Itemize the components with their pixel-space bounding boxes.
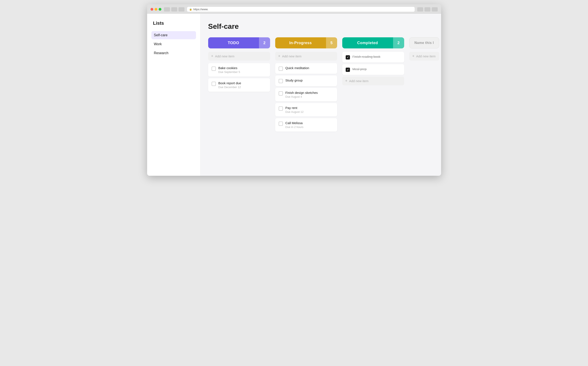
task-study-group-content: Study group (285, 78, 334, 83)
browser-content: Lists Self-care Work Research Self-care … (147, 14, 441, 176)
task-call-melissa-name: Call Melissa (285, 121, 334, 125)
task-meal-prep-content: Meal prep (353, 67, 401, 71)
browser-titlebar: 🔒 https://www. (147, 4, 441, 14)
task-finish-design-sketches-name: Finish design sketches (285, 91, 334, 94)
task-bake-cookies-name: Bake cookies (219, 66, 267, 70)
column-header-inprogress: In-Progress 5 (275, 37, 337, 48)
checkbox-pay-rent[interactable] (279, 107, 283, 111)
page-title: Self-care (208, 22, 433, 30)
checkbox-finish-reading-book[interactable] (346, 55, 350, 60)
task-book-report: Book report due Due December 12 (208, 78, 270, 92)
custom-add-item[interactable]: + Add new item (409, 52, 439, 61)
sidebar-title: Lists (151, 21, 196, 26)
task-bake-cookies-due: Due September 5 (219, 70, 267, 74)
checkbox-finish-design-sketches[interactable] (279, 91, 283, 96)
todo-count: 2 (259, 37, 270, 48)
task-call-melissa-content: Call Melissa Due in 2 hours (285, 121, 334, 129)
url-text: https://www. (193, 8, 208, 11)
task-call-melissa-due: Due in 2 hours (285, 125, 334, 129)
plus-icon: + (211, 54, 213, 58)
todo-add-label: Add new item (215, 54, 235, 58)
task-finish-reading-book-name: Finish reading book (353, 55, 401, 58)
sidebar-item-work[interactable]: Work (151, 40, 196, 48)
column-completed: Completed 2 Finish reading book Meal pre… (342, 37, 404, 88)
task-quick-meditation-name: Quick meditation (285, 66, 334, 70)
task-meal-prep-name: Meal prep (353, 67, 401, 71)
column-header-todo: TODO 2 (208, 37, 270, 48)
nav-buttons (164, 7, 184, 12)
column-custom: Name this l + Add new item (409, 37, 439, 63)
task-bake-cookies-content: Bake cookies Due September 5 (219, 66, 267, 74)
refresh-button[interactable] (179, 7, 184, 12)
main-content: Self-care TODO 2 + Add new item (201, 14, 441, 176)
task-pay-rent-due: Due August 12 (285, 110, 334, 114)
todo-label: TODO (208, 41, 259, 45)
completed-add-item[interactable]: + Add new item (342, 76, 404, 85)
task-pay-rent-content: Pay rent Due August 12 (285, 106, 334, 114)
task-bake-cookies: Bake cookies Due September 5 (208, 63, 270, 76)
task-study-group-name: Study group (285, 78, 334, 82)
task-quick-meditation: Quick meditation (275, 63, 337, 74)
task-call-melissa: Call Melissa Due in 2 hours (275, 118, 337, 132)
column-inprogress: In-Progress 5 + Add new item Quick medit… (275, 37, 337, 133)
checkbox-bake-cookies[interactable] (212, 67, 216, 71)
checkbox-quick-meditation[interactable] (279, 67, 283, 71)
plus-icon-2: + (278, 54, 281, 58)
back-button[interactable] (164, 7, 170, 12)
column-todo: TODO 2 + Add new item Bake cookies Due S… (208, 37, 270, 93)
task-book-report-due: Due December 12 (219, 85, 267, 89)
maximize-button[interactable] (159, 8, 161, 11)
inprogress-label: In-Progress (275, 41, 326, 45)
kanban-board: TODO 2 + Add new item Bake cookies Due S… (208, 37, 433, 133)
sidebar-item-self-care[interactable]: Self-care (151, 31, 196, 39)
task-pay-rent: Pay rent Due August 12 (275, 103, 337, 116)
custom-add-label: Add new item (416, 54, 436, 58)
completed-add-label: Add new item (349, 79, 368, 83)
checkbox-study-group[interactable] (279, 79, 283, 83)
checkbox-call-melissa[interactable] (279, 122, 283, 126)
inprogress-count: 5 (326, 37, 337, 48)
task-finish-design-sketches: Finish design sketches Due August 4 (275, 88, 337, 101)
toolbar-btn-3[interactable] (432, 7, 438, 12)
checkbox-meal-prep[interactable] (346, 68, 350, 72)
task-meal-prep: Meal prep (342, 64, 404, 75)
sidebar: Lists Self-care Work Research (147, 14, 201, 176)
task-finish-design-sketches-due: Due August 4 (285, 95, 334, 98)
inprogress-add-item[interactable]: + Add new item (275, 52, 337, 61)
task-book-report-content: Book report due Due December 12 (219, 81, 267, 89)
sidebar-item-research[interactable]: Research (151, 49, 196, 57)
completed-count: 2 (393, 37, 404, 48)
minimize-button[interactable] (155, 8, 157, 11)
forward-button[interactable] (171, 7, 177, 12)
completed-label: Completed (342, 41, 393, 45)
plus-icon-4: + (412, 54, 415, 58)
close-button[interactable] (150, 8, 153, 11)
task-finish-reading-book-content: Finish reading book (353, 55, 401, 59)
task-book-report-name: Book report due (219, 81, 267, 85)
custom-column-label: Name this l (409, 41, 439, 45)
task-pay-rent-name: Pay rent (285, 106, 334, 110)
plus-icon-3: + (345, 79, 348, 83)
checkbox-book-report[interactable] (212, 82, 216, 86)
column-header-custom: Name this l (409, 37, 439, 48)
task-quick-meditation-content: Quick meditation (285, 66, 334, 70)
inprogress-add-label: Add new item (282, 54, 301, 58)
column-header-completed: Completed 2 (342, 37, 404, 48)
task-finish-reading-book: Finish reading book (342, 52, 404, 62)
task-finish-design-sketches-content: Finish design sketches Due August 4 (285, 91, 334, 98)
browser-window: 🔒 https://www. Lists Self-care Work Rese… (147, 4, 441, 176)
toolbar-btn-1[interactable] (417, 7, 423, 12)
toolbar-btn-2[interactable] (424, 7, 431, 12)
browser-toolbar-right (417, 7, 438, 12)
lock-icon: 🔒 (189, 8, 192, 11)
task-study-group: Study group (275, 76, 337, 86)
traffic-lights (150, 8, 161, 11)
todo-add-item[interactable]: + Add new item (208, 52, 270, 61)
address-bar[interactable]: 🔒 https://www. (187, 7, 415, 12)
